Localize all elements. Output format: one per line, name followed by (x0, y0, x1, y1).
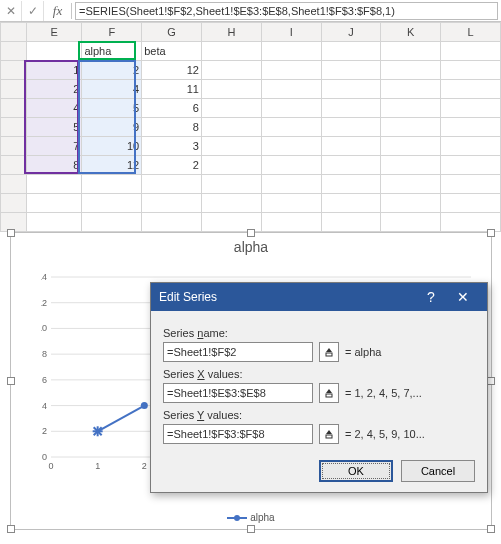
cell[interactable] (321, 99, 381, 118)
cell[interactable] (142, 194, 202, 213)
row-header[interactable] (1, 156, 27, 175)
cell[interactable] (321, 61, 381, 80)
cell[interactable] (201, 80, 261, 99)
chart-legend[interactable]: alpha (11, 512, 491, 523)
formula-cancel-icon[interactable]: ✕ (0, 1, 22, 21)
cell[interactable]: 2 (142, 156, 202, 175)
series-y-input[interactable]: =Sheet1!$F$3:$F$8 (163, 424, 313, 444)
cell[interactable]: 7 (26, 137, 82, 156)
chart-resize-handle[interactable] (7, 229, 15, 237)
cell[interactable]: 6 (142, 99, 202, 118)
cell[interactable] (381, 42, 441, 61)
formula-accept-icon[interactable]: ✓ (22, 1, 44, 21)
cell[interactable]: 11 (142, 80, 202, 99)
cell[interactable] (142, 213, 202, 232)
cell[interactable]: 8 (26, 156, 82, 175)
cell[interactable] (321, 194, 381, 213)
row-header[interactable] (1, 175, 27, 194)
cell[interactable] (82, 213, 142, 232)
column-header[interactable]: H (201, 23, 261, 42)
dialog-titlebar[interactable]: Edit Series ? ✕ (151, 283, 487, 311)
cell[interactable] (261, 99, 321, 118)
cell[interactable] (201, 194, 261, 213)
cell[interactable]: 5 (82, 99, 142, 118)
cell[interactable] (321, 213, 381, 232)
row-header[interactable] (1, 61, 27, 80)
cell[interactable]: 2 (82, 61, 142, 80)
cell[interactable]: 10 (82, 137, 142, 156)
cell[interactable]: 3 (142, 137, 202, 156)
cell[interactable] (201, 99, 261, 118)
cell[interactable]: 5 (26, 118, 82, 137)
cell[interactable] (441, 194, 501, 213)
row-header[interactable] (1, 80, 27, 99)
row-header[interactable] (1, 137, 27, 156)
cell[interactable] (26, 194, 82, 213)
chart-resize-handle[interactable] (7, 377, 15, 385)
cell[interactable] (381, 213, 441, 232)
dialog-close-icon[interactable]: ✕ (447, 289, 479, 305)
cell[interactable] (381, 99, 441, 118)
cell[interactable] (261, 156, 321, 175)
cell[interactable] (261, 194, 321, 213)
cell[interactable] (441, 118, 501, 137)
chart-resize-handle[interactable] (247, 525, 255, 533)
cell[interactable] (201, 156, 261, 175)
cell[interactable]: 12 (82, 156, 142, 175)
cancel-button[interactable]: Cancel (401, 460, 475, 482)
series-name-input[interactable]: =Sheet1!$F$2 (163, 342, 313, 362)
cell[interactable] (82, 194, 142, 213)
cell[interactable] (381, 194, 441, 213)
cell[interactable] (261, 80, 321, 99)
cell[interactable] (261, 213, 321, 232)
cell[interactable] (441, 175, 501, 194)
cell[interactable] (82, 175, 142, 194)
select-all-corner[interactable] (1, 23, 27, 42)
cell[interactable]: 4 (82, 80, 142, 99)
cell[interactable] (201, 137, 261, 156)
cell[interactable]: 12 (142, 61, 202, 80)
cell[interactable] (321, 80, 381, 99)
cell[interactable] (261, 137, 321, 156)
chart-resize-handle[interactable] (487, 229, 495, 237)
cell[interactable] (321, 118, 381, 137)
cell[interactable] (381, 61, 441, 80)
row-header[interactable] (1, 42, 27, 61)
cell[interactable]: 1 (26, 61, 82, 80)
series-x-input[interactable]: =Sheet1!$E$3:$E$8 (163, 383, 313, 403)
cell[interactable] (261, 42, 321, 61)
cell[interactable] (201, 175, 261, 194)
cell[interactable] (381, 156, 441, 175)
cell[interactable]: beta (142, 42, 202, 61)
row-header[interactable] (1, 118, 27, 137)
chart-resize-handle[interactable] (487, 377, 495, 385)
cell[interactable] (261, 175, 321, 194)
cell[interactable] (441, 61, 501, 80)
cell[interactable]: 8 (142, 118, 202, 137)
dialog-help-icon[interactable]: ? (415, 289, 447, 305)
column-header[interactable]: L (441, 23, 501, 42)
cell[interactable] (26, 42, 82, 61)
cell[interactable] (381, 118, 441, 137)
column-header[interactable]: E (26, 23, 82, 42)
row-header[interactable] (1, 194, 27, 213)
cell[interactable] (381, 137, 441, 156)
cell[interactable] (26, 175, 82, 194)
column-header[interactable]: G (142, 23, 202, 42)
cell[interactable] (261, 61, 321, 80)
cell[interactable] (441, 42, 501, 61)
cell[interactable]: 4 (26, 99, 82, 118)
fx-label[interactable]: fx (44, 3, 72, 19)
ok-button[interactable]: OK (319, 460, 393, 482)
collapse-dialog-icon[interactable] (319, 342, 339, 362)
cell[interactable]: 2 (26, 80, 82, 99)
cell[interactable] (441, 156, 501, 175)
cell[interactable] (381, 175, 441, 194)
cell[interactable] (142, 175, 202, 194)
cell[interactable] (441, 99, 501, 118)
cell[interactable] (381, 80, 441, 99)
formula-input[interactable]: =SERIES(Sheet1!$F$2,Sheet1!$E$3:$E$8,She… (75, 2, 498, 20)
chart-resize-handle[interactable] (7, 525, 15, 533)
chart-resize-handle[interactable] (247, 229, 255, 237)
column-header[interactable]: F (82, 23, 142, 42)
